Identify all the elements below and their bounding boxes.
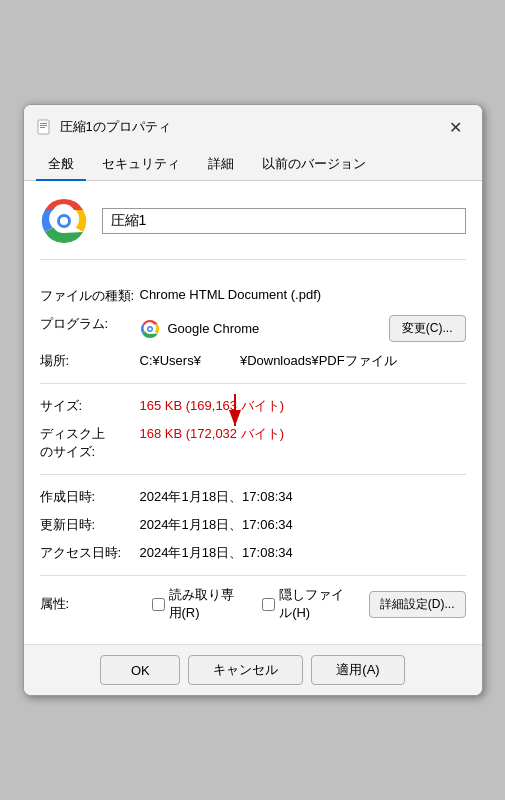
svg-rect-3 [40, 127, 45, 128]
accessed-label: アクセス日時: [40, 544, 140, 562]
attributes-section: 属性: 読み取り専用(R) 隠しファイル(H) 詳細設定(D)... [40, 576, 466, 632]
ok-button[interactable]: OK [100, 655, 180, 685]
readonly-checkbox-label[interactable]: 読み取り専用(R) [152, 586, 247, 622]
title-text: 圧縮1のプロパティ [60, 118, 442, 136]
disk-size-label: ディスク上 のサイズ: [40, 425, 140, 461]
tab-security[interactable]: セキュリティ [90, 149, 192, 181]
checkbox-group: 読み取り専用(R) 隠しファイル(H) [152, 586, 357, 622]
tab-general[interactable]: 全般 [36, 149, 86, 181]
readonly-label: 読み取り専用(R) [169, 586, 247, 622]
svg-rect-1 [40, 123, 47, 124]
close-button[interactable]: ✕ [442, 113, 470, 141]
type-value: Chrome HTML Document (.pdf) [140, 287, 466, 302]
hidden-checkbox[interactable] [262, 598, 275, 611]
size-label: サイズ: [40, 397, 140, 415]
change-program-button[interactable]: 変更(C)... [389, 315, 466, 342]
tab-details[interactable]: 詳細 [196, 149, 246, 181]
svg-rect-2 [40, 125, 47, 126]
svg-point-11 [148, 327, 151, 330]
size-value: 165 KB (169,163 バイト) [140, 397, 466, 415]
dates-section: 作成日時: 2024年1月18日、17:08:34 更新日時: 2024年1月1… [40, 475, 466, 576]
footer: OK キャンセル 適用(A) [24, 644, 482, 695]
tabs-bar: 全般 セキュリティ 詳細 以前のバージョン [24, 149, 482, 181]
chrome-large-icon [40, 197, 88, 245]
size-row: サイズ: 165 KB (169,163 バイト) [40, 392, 466, 420]
created-value: 2024年1月18日、17:08:34 [140, 488, 466, 506]
accessed-row: アクセス日時: 2024年1月18日、17:08:34 [40, 539, 466, 567]
tab-previous-versions[interactable]: 以前のバージョン [250, 149, 378, 181]
disk-size-row: ディスク上 のサイズ: 168 KB (172,032 バイト) [40, 420, 466, 466]
location-row: 場所: C:¥Users¥ ¥Downloads¥PDFファイル [40, 347, 466, 375]
disk-size-value: 168 KB (172,032 バイト) [140, 425, 466, 443]
filename-input[interactable] [102, 208, 466, 234]
program-info: Google Chrome 変更(C)... [140, 315, 466, 342]
created-label: 作成日時: [40, 488, 140, 506]
program-label: プログラム: [40, 315, 140, 333]
modified-label: 更新日時: [40, 516, 140, 534]
location-label: 場所: [40, 352, 140, 370]
accessed-value: 2024年1月18日、17:08:34 [140, 544, 466, 562]
modified-row: 更新日時: 2024年1月18日、17:06:34 [40, 511, 466, 539]
attributes-label: 属性: [40, 595, 140, 613]
main-content: ファイルの種類: Chrome HTML Document (.pdf) プログ… [24, 181, 482, 644]
svg-point-7 [60, 217, 68, 225]
cancel-button[interactable]: キャンセル [188, 655, 303, 685]
file-info-section: ファイルの種類: Chrome HTML Document (.pdf) プログ… [40, 274, 466, 384]
hidden-checkbox-label[interactable]: 隠しファイル(H) [262, 586, 357, 622]
type-label: ファイルの種類: [40, 287, 140, 305]
file-header [40, 197, 466, 260]
hidden-label: 隠しファイル(H) [279, 586, 357, 622]
size-section: サイズ: 165 KB (169,163 バイト) ディスク上 のサイズ: 16… [40, 384, 466, 475]
modified-value: 2024年1月18日、17:06:34 [140, 516, 466, 534]
chrome-small-icon [140, 319, 160, 339]
file-type-row: ファイルの種類: Chrome HTML Document (.pdf) [40, 282, 466, 310]
location-value: C:¥Users¥ ¥Downloads¥PDFファイル [140, 352, 466, 370]
title-bar: 圧縮1のプロパティ ✕ [24, 105, 482, 149]
program-row: プログラム: Google Chrome 変更(C)... [40, 310, 466, 347]
readonly-checkbox[interactable] [152, 598, 165, 611]
apply-button[interactable]: 適用(A) [311, 655, 404, 685]
attributes-row: 属性: 読み取り専用(R) 隠しファイル(H) 詳細設定(D)... [40, 586, 466, 622]
details-settings-button[interactable]: 詳細設定(D)... [369, 591, 466, 618]
created-row: 作成日時: 2024年1月18日、17:08:34 [40, 483, 466, 511]
properties-dialog: 圧縮1のプロパティ ✕ 全般 セキュリティ 詳細 以前のバージョン [23, 104, 483, 696]
window-icon [36, 119, 52, 135]
program-name: Google Chrome [168, 321, 260, 336]
